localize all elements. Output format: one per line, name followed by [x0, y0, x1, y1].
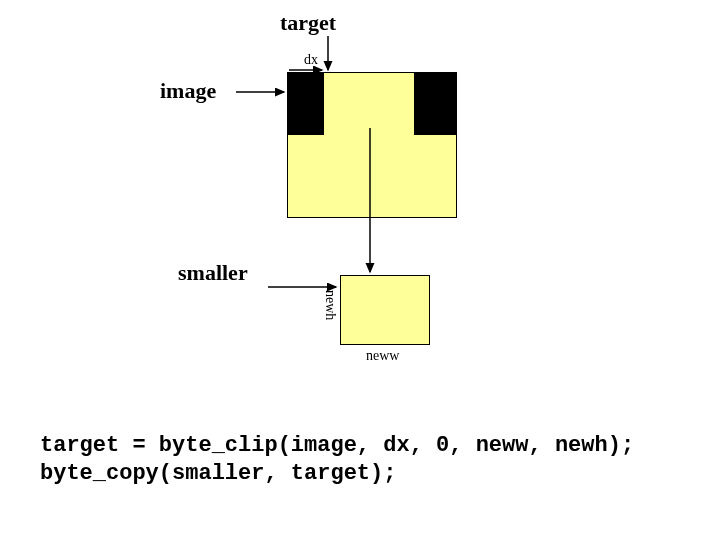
- smaller-rect: [340, 275, 430, 345]
- label-target: target: [280, 10, 336, 36]
- image-black-left: [288, 73, 324, 135]
- label-dx: dx: [304, 52, 318, 68]
- diagram-stage: target image smaller dx neww newh target…: [0, 0, 720, 540]
- code-block: target = byte_clip(image, dx, 0, neww, n…: [40, 432, 634, 487]
- image-black-right: [414, 73, 456, 135]
- label-newh: newh: [322, 290, 338, 320]
- label-image: image: [160, 78, 216, 104]
- label-neww: neww: [366, 348, 399, 364]
- code-line-2: byte_copy(smaller, target);: [40, 461, 396, 486]
- label-smaller: smaller: [178, 260, 248, 286]
- code-line-1: target = byte_clip(image, dx, 0, neww, n…: [40, 433, 634, 458]
